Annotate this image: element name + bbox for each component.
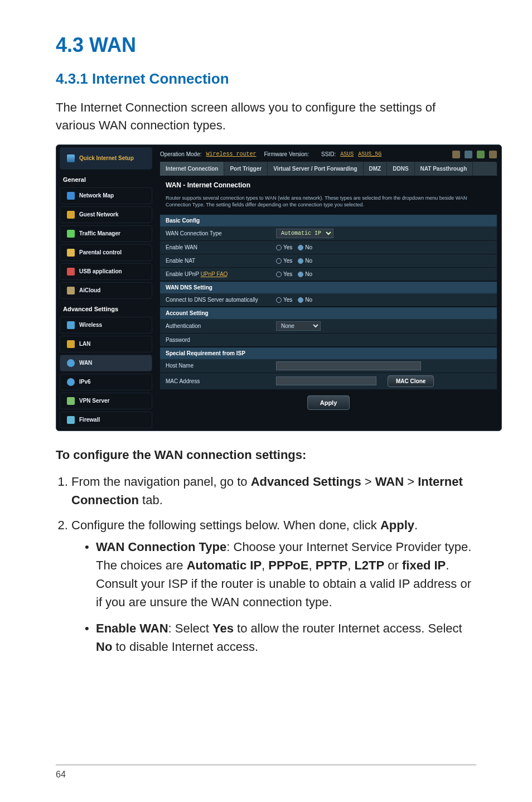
page-number: 64 — [56, 770, 66, 779]
label-password: Password — [160, 334, 272, 346]
label-host-name: Host Name — [160, 359, 272, 372]
row-mac-address: MAC Address MAC Clone — [160, 373, 497, 390]
subsection-title: 4.3.1 Internet Connection — [56, 70, 476, 88]
ssid-1[interactable]: ASUS — [340, 151, 354, 157]
ipv6-icon — [67, 378, 75, 386]
row-host-name: Host Name — [160, 359, 497, 373]
sidebar-item-wan[interactable]: WAN — [60, 355, 152, 371]
sidebar-item-label: Network Map — [79, 192, 114, 199]
router-screenshot: Quick Internet Setup General Network Map… — [56, 144, 502, 431]
sidebar-item-label: AiCloud — [79, 287, 100, 293]
row-enable-nat: Enable NAT Yes No — [160, 254, 497, 268]
intro-paragraph: The Internet Connection screen allows yo… — [56, 99, 476, 134]
usb-status-icon[interactable] — [477, 151, 485, 158]
section-wan-dns: WAN DNS Setting — [160, 281, 497, 293]
instructions-list: From the navigation panel, go to Advance… — [56, 472, 476, 656]
sidebar-item-guest-network[interactable]: Guest Network — [60, 206, 152, 223]
sidebar-quick-internet-setup[interactable]: Quick Internet Setup — [60, 147, 152, 170]
sidebar-item-network-map[interactable]: Network Map — [60, 187, 152, 204]
sidebar-item-usb-application[interactable]: USB application — [60, 263, 152, 280]
row-password: Password — [160, 334, 497, 347]
label-enable-upnp: Enable UPnP UPnP FAQ — [160, 268, 272, 281]
wan-tabs: Internet Connection Port Trigger Virtual… — [160, 162, 497, 176]
cloud-icon — [67, 287, 75, 294]
lan-icon — [67, 340, 75, 348]
sidebar-item-parental-control[interactable]: Parental control — [60, 244, 152, 261]
radio-enable-wan-no[interactable]: No — [298, 244, 312, 250]
tab-nat-passthrough[interactable]: NAT Passthrough — [415, 162, 473, 176]
section-account-setting: Account Setting — [160, 307, 497, 319]
step-1: From the navigation panel, go to Advance… — [71, 472, 476, 509]
label-enable-wan: Enable WAN — [160, 241, 272, 254]
network-map-icon — [67, 192, 75, 200]
sidebar-heading-general: General — [56, 172, 156, 185]
sidebar-item-label: Firewall — [79, 417, 100, 423]
radio-enable-nat-yes[interactable]: Yes — [276, 258, 292, 264]
apply-row: Apply — [160, 390, 497, 418]
radio-dns-no[interactable]: No — [298, 297, 312, 303]
mac-clone-button[interactable]: MAC Clone — [388, 375, 434, 387]
router-main: Operation Mode: Wireless router Firmware… — [156, 145, 501, 431]
section-special-isp: Special Requirement from ISP — [160, 347, 497, 359]
op-mode-value[interactable]: Wireless router — [206, 151, 257, 157]
row-enable-upnp: Enable UPnP UPnP FAQ Yes No — [160, 268, 497, 281]
guest-network-icon — [67, 211, 75, 219]
shield-icon — [67, 416, 75, 424]
sidebar-item-aicloud[interactable]: AiCloud — [60, 282, 152, 299]
tab-port-trigger[interactable]: Port Trigger — [224, 162, 268, 176]
usb-icon — [67, 268, 75, 276]
radio-dns-yes[interactable]: Yes — [276, 297, 292, 303]
input-host-name[interactable] — [276, 361, 421, 370]
step-2: Configure the following settings below. … — [71, 516, 476, 656]
sidebar-item-vpn-server[interactable]: VPN Server — [60, 393, 152, 409]
upnp-faq-link[interactable]: UPnP FAQ — [201, 271, 228, 277]
sidebar-item-firewall[interactable]: Firewall — [60, 412, 152, 428]
wand-icon — [67, 154, 75, 162]
sidebar-item-ipv6[interactable]: IPv6 — [60, 374, 152, 390]
sidebar-item-label: IPv6 — [79, 379, 91, 385]
row-wan-connection-type: WAN Connection Type Automatic IP — [160, 226, 497, 241]
label-authentication: Authentication — [160, 320, 272, 332]
op-mode-label: Operation Mode: — [160, 151, 202, 157]
fw-label: Firmware Version: — [264, 151, 309, 157]
radio-enable-nat-no[interactable]: No — [298, 258, 312, 264]
ports-icon[interactable] — [465, 151, 472, 158]
select-wan-connection-type[interactable]: Automatic IP — [276, 229, 333, 238]
tab-virtual-server[interactable]: Virtual Server / Port Forwarding — [268, 162, 363, 176]
user-icon[interactable] — [452, 151, 460, 158]
panel-title: WAN - Internet Connection — [160, 176, 497, 192]
section-title: 4.3 WAN — [56, 33, 476, 57]
radio-enable-upnp-yes[interactable]: Yes — [276, 271, 292, 277]
tab-ddns[interactable]: DDNS — [387, 162, 414, 176]
section-basic-config: Basic Config — [160, 214, 497, 226]
sidebar-item-label: LAN — [79, 341, 91, 347]
wifi-icon — [67, 321, 75, 329]
sidebar-item-wireless[interactable]: Wireless — [60, 317, 152, 334]
sidebar-item-label: Parental control — [79, 249, 122, 255]
input-mac-address[interactable] — [276, 376, 376, 385]
globe-icon — [67, 359, 75, 367]
label-wan-connection-type: WAN Connection Type — [160, 227, 272, 240]
radio-enable-wan-yes[interactable]: Yes — [276, 244, 292, 250]
vpn-icon — [67, 397, 75, 405]
bullet-wan-connection-type: WAN Connection Type: Choose your Interne… — [85, 538, 476, 611]
radio-enable-upnp-no[interactable]: No — [298, 271, 312, 277]
row-authentication: Authentication None — [160, 319, 497, 334]
sidebar-item-label: VPN Server — [79, 398, 109, 404]
row-enable-wan: Enable WAN Yes No — [160, 241, 497, 254]
apply-button[interactable]: Apply — [307, 395, 350, 410]
sidebar-item-traffic-manager[interactable]: Traffic Manager — [60, 225, 152, 242]
info-icon[interactable] — [489, 151, 497, 158]
tab-dmz[interactable]: DMZ — [364, 162, 388, 176]
tab-internet-connection[interactable]: Internet Connection — [160, 162, 224, 176]
select-authentication[interactable]: None — [276, 321, 321, 331]
bullet-enable-wan: Enable WAN: Select Yes to allow the rout… — [85, 619, 476, 656]
sidebar-item-label: Guest Network — [79, 211, 119, 218]
label-enable-nat: Enable NAT — [160, 254, 272, 267]
lock-icon — [67, 249, 75, 257]
ssid-2[interactable]: ASUS_5G — [358, 151, 381, 157]
page-footer: 64 — [56, 765, 476, 780]
label-connect-dns: Connect to DNS Server automatically — [160, 293, 272, 306]
sidebar-item-lan[interactable]: LAN — [60, 336, 152, 352]
sidebar-item-label: Quick Internet Setup — [79, 155, 134, 161]
